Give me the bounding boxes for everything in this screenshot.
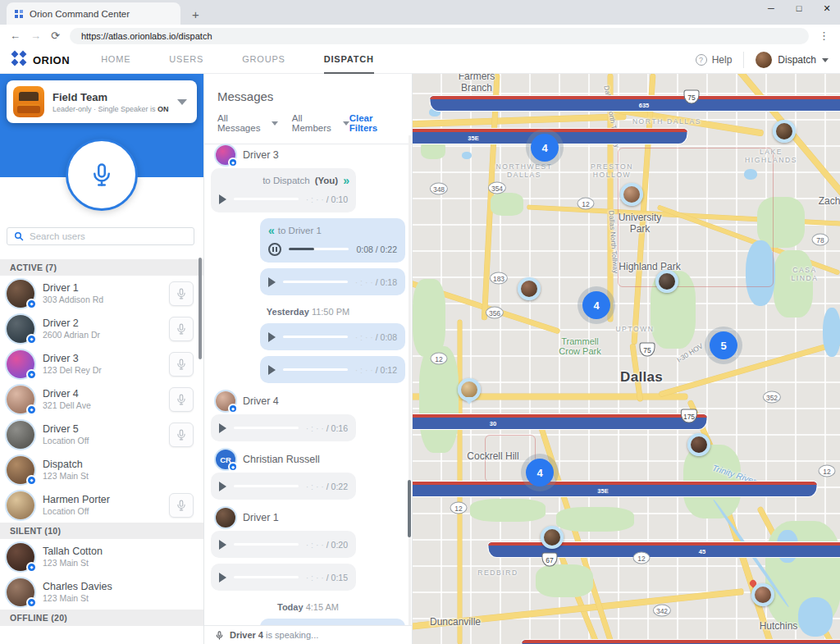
play-button[interactable] [219, 540, 226, 550]
browser-tab[interactable]: Orion Command Center [7, 2, 180, 25]
tab-users[interactable]: USERS [169, 47, 203, 74]
user-mic-button[interactable] [169, 317, 194, 341]
help-button[interactable]: ? Help [696, 54, 733, 66]
user-meta: Dispatch123 Main St [43, 459, 194, 481]
play-button[interactable] [219, 194, 226, 204]
map-cluster-marker[interactable]: 4 [531, 134, 559, 162]
audio-track[interactable] [234, 198, 299, 200]
user-meta: Driver 4321 Dell Ave [43, 388, 161, 410]
map-user-marker[interactable] [458, 378, 481, 401]
map-cluster-marker[interactable]: 5 [710, 331, 737, 359]
reload-icon[interactable]: ⟳ [51, 30, 60, 42]
map-user-marker[interactable] [620, 183, 643, 206]
map-cluster-marker[interactable]: 4 [582, 291, 610, 319]
user-row[interactable]: ◆Driver 22600 Adrian Dr [0, 311, 203, 346]
sidebar-scrollbar[interactable] [199, 258, 202, 359]
user-mic-button[interactable] [169, 493, 194, 518]
app-nav: ORION HOME USERS GROUPS DISPATCH ? Help … [0, 47, 840, 74]
user-mic-button[interactable] [169, 281, 194, 306]
tab-home[interactable]: HOME [101, 47, 130, 74]
audio-message-bubble[interactable]: to Dispatch (You)»/ 0:10 [211, 168, 356, 212]
audio-track[interactable] [283, 281, 348, 283]
user-row[interactable]: ◆Charles Davies123 Main St [0, 574, 203, 610]
audio-message-bubble[interactable]: / 0:12 [260, 356, 405, 383]
audio-time: / 0:08 [355, 332, 397, 342]
map-user-marker[interactable] [773, 120, 796, 143]
play-button[interactable] [268, 365, 276, 375]
search-icon [14, 231, 24, 241]
orion-logo[interactable]: ORION [11, 51, 70, 69]
user-meta: Driver 3123 Del Rey Dr [43, 353, 161, 375]
user-row[interactable]: ◆Driver 3123 Del Rey Dr [0, 346, 203, 381]
speaking-status-bar: Driver 4 is speaking... [204, 625, 412, 644]
new-tab-button[interactable]: + [192, 7, 199, 25]
mic-icon [215, 631, 224, 640]
user-mic-button[interactable] [169, 387, 194, 412]
audio-track[interactable] [234, 427, 299, 429]
push-to-talk-button[interactable] [66, 139, 138, 211]
map[interactable]: Farmers BranchUniversity ParkHighland Pa… [413, 74, 840, 644]
minimize-button[interactable]: ─ [765, 3, 778, 14]
audio-message-bubble[interactable]: / 0:08 [260, 323, 405, 350]
user-detail: 123 Main St [43, 593, 194, 603]
avatar: ◆ [7, 578, 34, 606]
map-user-marker[interactable] [518, 277, 541, 300]
audio-message-bubble[interactable]: / 0:16 [211, 414, 356, 441]
audio-message-bubble[interactable]: «to Driver 3/ 0:12 [260, 619, 405, 625]
play-button[interactable] [219, 423, 226, 433]
back-icon[interactable]: ← [10, 30, 21, 42]
speaking-status-text: Driver 4 is speaking... [230, 630, 318, 640]
sidebar: Field Team Leader-only · Single Speaker … [0, 74, 203, 644]
user-name: Charles Davies [43, 581, 194, 592]
audio-track[interactable] [283, 368, 348, 371]
tab-dispatch[interactable]: DISPATCH [324, 47, 374, 74]
user-row[interactable]: Driver 5Location Off [0, 417, 203, 452]
user-meta: Driver 5Location Off [43, 423, 161, 445]
filter-all-messages[interactable]: All Messages [217, 113, 278, 133]
group-selector[interactable]: Field Team Leader-only · Single Speaker … [7, 80, 197, 123]
user-mic-button[interactable] [169, 422, 194, 447]
map-user-marker[interactable] [655, 270, 678, 293]
map-user-marker[interactable] [541, 526, 564, 549]
clear-filters-link[interactable]: Clear Filters [349, 113, 399, 133]
play-button[interactable] [219, 482, 226, 491]
user-row[interactable]: ◆Driver 4321 Dell Ave [0, 381, 203, 417]
play-button[interactable] [268, 277, 276, 287]
tab-groups[interactable]: GROUPS [242, 47, 285, 74]
audio-message-bubble[interactable]: / 0:20 [211, 531, 356, 558]
audio-message-bubble[interactable]: / 0:22 [211, 473, 356, 500]
user-name: Harmen Porter [43, 494, 161, 505]
browser-menu-icon[interactable]: ⋮ [819, 30, 830, 42]
messages-scrollbar[interactable] [408, 480, 411, 537]
profile-menu[interactable]: Dispatch [756, 52, 829, 68]
user-row[interactable]: ◆Driver 1303 Addison Rd [0, 276, 203, 311]
maximize-button[interactable]: □ [792, 3, 806, 14]
audio-track[interactable] [234, 543, 299, 546]
audio-track[interactable] [234, 485, 299, 487]
filter-all-members[interactable]: All Members [292, 113, 349, 133]
map-user-marker[interactable] [751, 583, 774, 606]
audio-track[interactable] [234, 576, 299, 578]
audio-time: / 0:10 [306, 194, 348, 204]
recipient-text: to Driver 1 [278, 226, 322, 235]
play-button[interactable] [219, 573, 226, 582]
play-button[interactable] [268, 332, 276, 342]
search-input[interactable] [30, 231, 187, 241]
audio-message-bubble[interactable]: «to Driver 10:08 / 0:22 [260, 218, 405, 263]
user-detail: 123 Del Rey Dr [43, 365, 161, 375]
user-mic-button[interactable] [169, 352, 194, 377]
map-user-marker[interactable] [687, 433, 710, 456]
audio-message-bubble[interactable]: / 0:18 [260, 268, 405, 295]
pause-button[interactable] [268, 243, 281, 256]
user-row[interactable]: Harmen PorterLocation Off [0, 487, 203, 523]
location-badge-icon: ◆ [26, 369, 37, 380]
forward-icon[interactable]: → [30, 30, 41, 42]
url-field[interactable]: https://atlas.orionlabs.io/dispatch [70, 28, 809, 44]
user-row[interactable]: ◆Dispatch123 Main St [0, 452, 203, 487]
audio-track[interactable] [289, 248, 349, 250]
user-row[interactable]: ◆Tallah Cotton123 Main St [0, 539, 203, 574]
audio-track[interactable] [283, 336, 348, 338]
map-cluster-marker[interactable]: 4 [526, 459, 554, 486]
close-button[interactable]: ✕ [820, 3, 833, 14]
audio-message-bubble[interactable]: / 0:15 [211, 564, 356, 591]
